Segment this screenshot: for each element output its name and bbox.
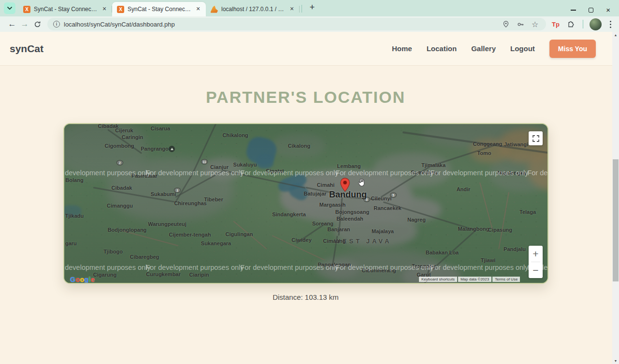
new-tab-button[interactable]: +	[306, 1, 318, 14]
map-place-label: Majalaya	[372, 228, 394, 234]
road-shield: 3	[174, 188, 181, 193]
page-content: synCat HomeLocationGalleryLogout Miss Yo…	[0, 32, 619, 364]
xampp-favicon-icon: X	[117, 6, 124, 13]
map-place-label: Cijember-tengah	[169, 232, 211, 238]
close-button[interactable]: ×	[606, 7, 610, 14]
profile-avatar[interactable]	[590, 18, 602, 30]
extensions-puzzle-icon[interactable]	[566, 19, 576, 29]
fullscreen-icon	[533, 135, 539, 142]
toolbar-separator	[583, 20, 583, 28]
map-place-label: Cijeruk	[115, 127, 133, 133]
attribution-link[interactable]: Terms of Use	[492, 277, 520, 282]
tab-search-button[interactable]	[4, 2, 15, 14]
google-map[interactable]: BandungWEST JAVACibadakCijerukCisaruaCar…	[63, 123, 548, 284]
site-info-icon[interactable]: i	[53, 21, 60, 28]
page-title: PARTNER'S LOCATION	[0, 88, 611, 107]
map-watermark: For development purposes only	[145, 264, 244, 271]
attribution-link[interactable]: Map data ©2023	[458, 277, 491, 282]
map-watermark: For development purposes only	[63, 169, 151, 177]
back-button[interactable]: ←	[6, 18, 18, 30]
location-pin-icon[interactable]	[501, 19, 511, 29]
zoom-in-button[interactable]: +	[529, 246, 543, 262]
map-place-label: Bodjonglopang	[108, 227, 147, 233]
map-place-label: Tjikadu	[65, 213, 84, 219]
bookmark-star-icon[interactable]: ☆	[530, 19, 540, 29]
browser-tab[interactable]: XSynCat - Stay Connected×	[112, 2, 206, 16]
brand-logo[interactable]: synCat	[10, 43, 43, 55]
map-place-label: Ciwidey	[291, 237, 312, 243]
map-place-label: Bojongsoang	[335, 209, 369, 215]
browser-tab[interactable]: localhost / 127.0.0.1 / syncat / s×	[206, 2, 300, 16]
nav-link-gallery[interactable]: Gallery	[471, 44, 496, 53]
tab-close-button[interactable]: ×	[194, 5, 202, 13]
passwords-key-icon[interactable]	[515, 19, 526, 29]
map-place-label: Caringin	[122, 134, 144, 140]
main-nav: HomeLocationGalleryLogout	[392, 44, 535, 53]
map-place-label: Conggeang	[473, 141, 503, 147]
miss-you-button[interactable]: Miss You	[549, 40, 596, 58]
map-place-label: Bolang	[65, 177, 83, 183]
nav-link-location[interactable]: Location	[427, 44, 457, 53]
map-place-label: Cipasung	[488, 227, 512, 233]
tab-close-button[interactable]: ×	[288, 5, 296, 13]
zoom-out-button[interactable]: −	[529, 262, 543, 278]
map-watermark: For development purposes only	[335, 264, 433, 271]
map-place-label: Pangrango	[141, 146, 168, 152]
map-place-label: Cibadak	[112, 185, 132, 191]
map-watermark: For development purposes only	[63, 264, 151, 271]
browser-window: XSynCat - Stay Connected×XSynCat - Stay …	[0, 0, 619, 364]
browser-tab[interactable]: XSynCat - Stay Connected×	[18, 2, 112, 16]
map-place-label: Rancaekek	[374, 205, 402, 211]
tab-close-button[interactable]: ×	[101, 5, 108, 13]
map-place-label: Sindangkerta	[272, 211, 306, 217]
page-scrollbar[interactable]: ▲ ▼	[612, 32, 619, 364]
map-place-label: Ciaripin	[189, 272, 209, 278]
site-header: synCat HomeLocationGalleryLogout Miss Yo…	[0, 32, 619, 66]
tab-title: SynCat - Stay Connected	[34, 6, 97, 13]
map-place-label: Baleendah	[336, 216, 363, 222]
scrollbar-thumb[interactable]	[613, 159, 619, 281]
maximize-button[interactable]	[589, 8, 593, 13]
map-place-label: Cisarua	[151, 126, 170, 131]
map-place-label: Cigombong	[104, 143, 134, 149]
nav-link-logout[interactable]: Logout	[510, 44, 535, 53]
map-watermark: For development purposes only	[335, 169, 433, 177]
scrollbar-down-arrow[interactable]: ▼	[612, 359, 619, 363]
road-shield: 5	[390, 193, 397, 198]
distance-text: Distance: 103.13 km	[0, 293, 611, 301]
phpmyadmin-favicon-icon	[211, 6, 218, 13]
reload-button[interactable]	[31, 18, 43, 30]
tp-extension-icon[interactable]: Tp	[552, 21, 560, 28]
map-place-label: Banjaran	[327, 226, 350, 232]
map-place-label: Margaasih	[319, 202, 345, 208]
chevron-down-icon	[7, 5, 13, 11]
attribution-link[interactable]: Keyboard shortcuts	[419, 277, 457, 282]
map-marker-pin[interactable]	[340, 178, 350, 194]
map-place-label: Sukanegara	[201, 240, 231, 246]
minimize-button[interactable]	[571, 10, 576, 11]
fullscreen-button[interactable]	[529, 131, 543, 145]
address-bar[interactable]: i localhost/synCat/synCat/dashboard.php …	[47, 18, 546, 30]
map-place-label: Chikalong	[222, 132, 248, 138]
map-place-label: Cikalong	[288, 143, 310, 149]
map-watermark: For development purposes only	[527, 169, 548, 177]
forward-button[interactable]: →	[18, 18, 31, 30]
map-road	[498, 192, 509, 250]
browser-menu-button[interactable]	[608, 19, 613, 30]
map-place-label: Cimahi	[317, 182, 335, 188]
map-place-label: Sukabumi	[151, 191, 176, 197]
toolbar-extensions: Tp	[550, 18, 613, 30]
scrollbar-up-arrow[interactable]: ▲	[612, 33, 619, 37]
zoom-control: + −	[529, 246, 543, 278]
map-place-label: Tjibogo	[103, 249, 123, 254]
map-place-label: Telaga	[519, 209, 536, 215]
map-watermark: For development purposes only	[240, 169, 338, 177]
map-place-label: Pandjalu	[504, 246, 526, 252]
map-place-label: garu	[65, 240, 77, 246]
map-watermark: For development purposes only	[430, 169, 528, 177]
nav-link-home[interactable]: Home	[392, 44, 412, 53]
map-place-label: Tomo	[477, 150, 491, 156]
google-logo[interactable]: Google	[70, 276, 95, 283]
map-place-label: Batujajar	[303, 191, 326, 196]
browser-toolbar: ← → i localhost/synCat/synCat/dashboard.…	[0, 16, 619, 32]
